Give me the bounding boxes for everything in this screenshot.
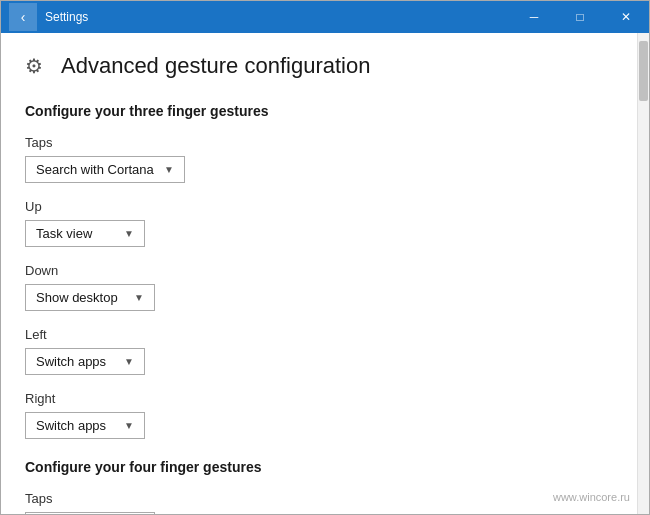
four-finger-section-title: Configure your four finger gestures <box>25 459 613 475</box>
back-button[interactable]: ‹ <box>9 3 37 31</box>
three-finger-left-label: Left <box>25 327 613 342</box>
four-finger-taps-label: Taps <box>25 491 613 506</box>
three-finger-left-group: Left Switch apps ▼ <box>25 327 613 375</box>
gear-icon: ⚙ <box>25 54 49 78</box>
page-title: Advanced gesture configuration <box>61 53 370 79</box>
four-finger-section: Configure your four finger gestures Taps… <box>25 459 613 514</box>
titlebar-controls: ─ □ ✕ <box>511 1 649 33</box>
three-finger-down-value: Show desktop <box>36 290 118 305</box>
three-finger-down-arrow: ▼ <box>134 292 144 303</box>
titlebar-title: Settings <box>45 10 88 24</box>
three-finger-right-dropdown[interactable]: Switch apps ▼ <box>25 412 145 439</box>
titlebar-left: ‹ Settings <box>9 3 88 31</box>
three-finger-down-label: Down <box>25 263 613 278</box>
three-finger-up-label: Up <box>25 199 613 214</box>
maximize-button[interactable]: □ <box>557 1 603 33</box>
content-area: ⚙ Advanced gesture configuration Configu… <box>1 33 649 514</box>
minimize-button[interactable]: ─ <box>511 1 557 33</box>
three-finger-up-dropdown[interactable]: Task view ▼ <box>25 220 145 247</box>
scrollbar[interactable] <box>637 33 649 514</box>
three-finger-up-value: Task view <box>36 226 92 241</box>
three-finger-right-value: Switch apps <box>36 418 106 433</box>
titlebar: ‹ Settings ─ □ ✕ <box>1 1 649 33</box>
settings-window: ‹ Settings ─ □ ✕ ⚙ Advanced gesture conf… <box>0 0 650 515</box>
three-finger-up-arrow: ▼ <box>124 228 134 239</box>
page-header: ⚙ Advanced gesture configuration <box>25 53 613 79</box>
three-finger-section: Configure your three finger gestures Tap… <box>25 103 613 439</box>
three-finger-right-label: Right <box>25 391 613 406</box>
watermark: www.wincore.ru <box>553 491 630 503</box>
scrollbar-thumb[interactable] <box>639 41 648 101</box>
three-finger-left-arrow: ▼ <box>124 356 134 367</box>
three-finger-taps-value: Search with Cortana <box>36 162 154 177</box>
three-finger-down-dropdown[interactable]: Show desktop ▼ <box>25 284 155 311</box>
three-finger-right-group: Right Switch apps ▼ <box>25 391 613 439</box>
main-content: ⚙ Advanced gesture configuration Configu… <box>1 33 637 514</box>
three-finger-down-group: Down Show desktop ▼ <box>25 263 613 311</box>
three-finger-left-value: Switch apps <box>36 354 106 369</box>
three-finger-taps-group: Taps Search with Cortana ▼ <box>25 135 613 183</box>
three-finger-taps-dropdown[interactable]: Search with Cortana ▼ <box>25 156 185 183</box>
three-finger-left-dropdown[interactable]: Switch apps ▼ <box>25 348 145 375</box>
three-finger-section-title: Configure your three finger gestures <box>25 103 613 119</box>
three-finger-taps-arrow: ▼ <box>164 164 174 175</box>
three-finger-taps-label: Taps <box>25 135 613 150</box>
three-finger-right-arrow: ▼ <box>124 420 134 431</box>
three-finger-up-group: Up Task view ▼ <box>25 199 613 247</box>
close-button[interactable]: ✕ <box>603 1 649 33</box>
four-finger-taps-group: Taps Action Center ▼ <box>25 491 613 514</box>
four-finger-taps-dropdown[interactable]: Action Center ▼ <box>25 512 155 514</box>
